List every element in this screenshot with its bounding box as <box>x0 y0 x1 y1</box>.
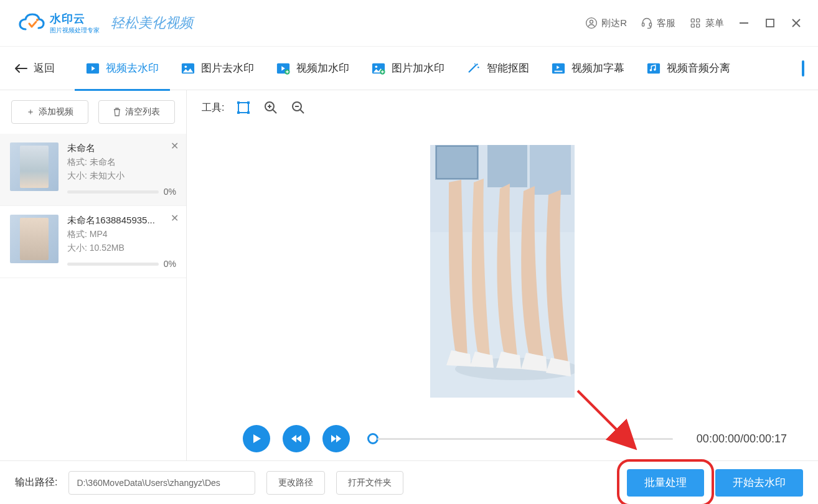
svg-rect-3 <box>642 23 644 26</box>
file-name: 未命名 <box>67 142 167 154</box>
timeline[interactable] <box>367 433 673 444</box>
tabs-scroll-indicator[interactable] <box>802 60 804 77</box>
tab-video-add-watermark[interactable]: 视频加水印 <box>265 47 360 90</box>
svg-point-21 <box>375 65 378 68</box>
file-item[interactable]: 未命名1638845935... 格式: MP4 大小: 10.52MB 0% … <box>0 206 186 278</box>
svg-rect-10 <box>766 19 774 27</box>
svg-point-0 <box>36 19 39 21</box>
tab-smart-cutout[interactable]: 智能抠图 <box>456 47 540 90</box>
select-tool-icon[interactable] <box>235 100 252 116</box>
logo-slogan: 轻松美化视频 <box>111 14 193 32</box>
video-preview[interactable] <box>430 145 575 398</box>
svg-point-24 <box>477 66 479 68</box>
svg-marker-60 <box>336 435 341 442</box>
file-thumbnail <box>10 142 59 191</box>
video-icon <box>86 62 100 75</box>
minimize-icon[interactable] <box>738 17 750 29</box>
progress-bar <box>67 190 159 194</box>
image-icon <box>181 62 195 75</box>
video-audio-icon <box>647 62 661 75</box>
timeline-track[interactable] <box>377 438 673 440</box>
service-label: 客服 <box>657 17 675 29</box>
grid-icon <box>689 17 702 29</box>
tab-label: 图片加水印 <box>392 61 444 75</box>
file-remove-icon[interactable]: ✕ <box>171 212 179 224</box>
svg-marker-59 <box>331 435 336 442</box>
user-account[interactable]: 刚达R <box>585 17 627 29</box>
svg-point-30 <box>650 68 652 71</box>
tab-image-add-watermark[interactable]: 图片加水印 <box>360 47 456 90</box>
zoom-out-icon[interactable] <box>290 100 306 116</box>
add-video-button[interactable]: ＋ 添加视频 <box>11 100 88 124</box>
output-path-label: 输出路径: <box>15 476 57 489</box>
file-format: MP4 <box>90 229 108 239</box>
customer-service[interactable]: 客服 <box>641 17 675 29</box>
trash-icon <box>113 108 121 116</box>
file-size: 未知大小 <box>90 170 125 180</box>
user-name: 刚达R <box>601 17 627 29</box>
tab-label: 视频去水印 <box>106 61 159 75</box>
video-plus-icon <box>276 62 290 75</box>
svg-rect-46 <box>435 145 479 180</box>
close-icon[interactable] <box>790 17 802 29</box>
menu-label: 菜单 <box>705 17 724 29</box>
svg-rect-4 <box>649 23 651 26</box>
file-remove-icon[interactable]: ✕ <box>171 140 179 152</box>
progress-bar <box>67 263 159 266</box>
progress-percent: 0% <box>164 259 176 269</box>
svg-rect-33 <box>237 101 240 104</box>
menu[interactable]: 菜单 <box>689 17 724 29</box>
play-button[interactable] <box>243 425 270 452</box>
svg-rect-28 <box>555 70 563 72</box>
svg-point-23 <box>476 63 478 65</box>
fast-forward-button[interactable] <box>322 425 350 452</box>
batch-process-button[interactable]: 批量处理 <box>627 469 704 497</box>
svg-point-31 <box>654 68 656 71</box>
tab-image-remove-watermark[interactable]: 图片去水印 <box>170 47 265 90</box>
magic-wand-icon <box>467 62 481 75</box>
svg-rect-7 <box>691 24 694 27</box>
svg-marker-58 <box>296 435 301 442</box>
file-size: 10.52MB <box>90 243 125 253</box>
clear-list-button[interactable]: 清空列表 <box>98 100 176 124</box>
zoom-in-icon[interactable] <box>263 100 279 116</box>
user-icon <box>585 17 598 29</box>
file-thumbnail <box>10 215 59 263</box>
svg-rect-32 <box>238 103 248 113</box>
tab-video-audio-split[interactable]: 视频音频分离 <box>636 47 741 90</box>
svg-rect-29 <box>647 63 660 73</box>
svg-rect-49 <box>530 145 571 195</box>
back-button[interactable]: 返回 <box>14 61 55 75</box>
svg-line-38 <box>273 110 276 113</box>
file-item[interactable]: 未命名 格式: 未命名 大小: 未知大小 0% ✕ <box>0 134 186 206</box>
logo: 水印云 图片视频处理专家 轻松美化视频 <box>19 11 193 35</box>
clear-list-label: 清空列表 <box>125 106 160 118</box>
cloud-logo-icon <box>19 13 45 33</box>
headset-icon <box>641 17 653 29</box>
svg-marker-57 <box>291 435 296 442</box>
tab-video-remove-watermark[interactable]: 视频去水印 <box>75 47 170 90</box>
svg-rect-36 <box>247 111 250 114</box>
tab-label: 智能抠图 <box>487 61 529 75</box>
time-display: 00:00:00/00:00:17 <box>697 432 787 446</box>
svg-rect-48 <box>487 145 527 187</box>
tab-label: 图片去水印 <box>201 61 254 75</box>
back-label: 返回 <box>34 61 55 75</box>
change-path-button[interactable]: 更改路径 <box>266 471 325 495</box>
output-path-input[interactable] <box>68 471 255 495</box>
logo-subtitle: 图片视频处理专家 <box>50 26 100 35</box>
open-folder-button[interactable]: 打开文件夹 <box>336 471 403 495</box>
tab-label: 视频音频分离 <box>667 61 730 75</box>
rewind-button[interactable] <box>283 425 310 452</box>
start-remove-watermark-button[interactable]: 开始去水印 <box>715 469 803 497</box>
tab-label: 视频加字幕 <box>571 61 624 75</box>
file-name: 未命名1638845935... <box>67 215 167 226</box>
maximize-icon[interactable] <box>764 17 776 29</box>
svg-rect-26 <box>552 63 565 73</box>
svg-rect-8 <box>697 24 700 27</box>
video-subtitle-icon <box>552 62 565 75</box>
logo-title: 水印云 <box>50 11 100 26</box>
image-plus-icon <box>372 62 385 75</box>
tab-video-subtitle[interactable]: 视频加字幕 <box>540 47 636 90</box>
svg-point-16 <box>185 65 187 68</box>
